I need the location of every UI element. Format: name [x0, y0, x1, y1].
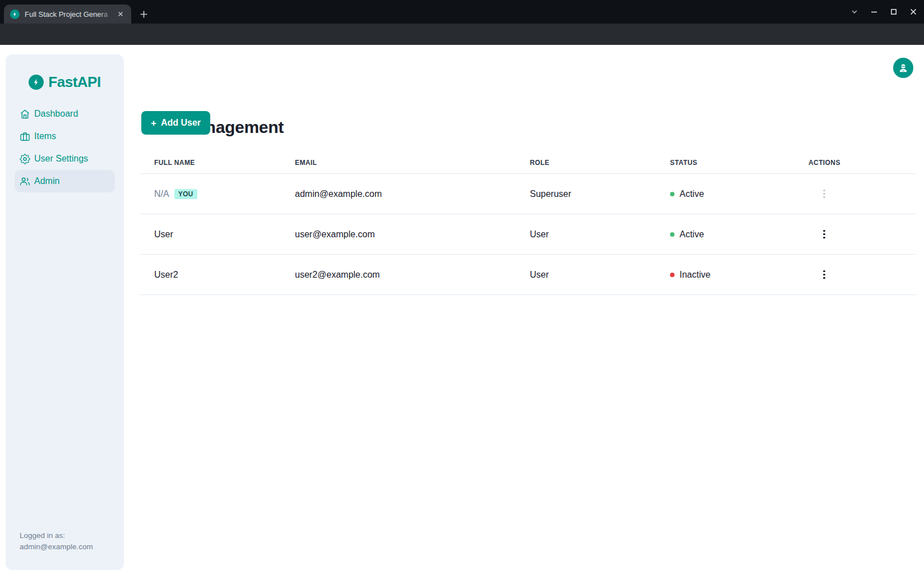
- page-content: FastAPI Dashboard Items User Settings Ad…: [0, 45, 924, 575]
- table-header-row: FULL NAME EMAIL ROLE STATUS ACTIONS: [140, 151, 916, 174]
- tab-close-icon[interactable]: [116, 9, 126, 19]
- cell-actions: [794, 174, 916, 214]
- you-badge: YOU: [174, 189, 197, 199]
- maximize-icon[interactable]: [889, 7, 899, 17]
- status-dot: [670, 232, 674, 237]
- fastapi-bolt-icon: [29, 75, 44, 90]
- window-controls: [849, 0, 918, 24]
- row-actions-menu-icon[interactable]: [820, 186, 829, 202]
- cell-full-name: N/A YOU: [140, 174, 280, 214]
- new-tab-button[interactable]: [136, 7, 151, 21]
- cell-status: Active: [655, 174, 794, 214]
- status-value: Inactive: [680, 270, 710, 280]
- tab-title: Full Stack Project Genera: [25, 10, 114, 19]
- full-name-value: N/A: [154, 189, 169, 199]
- sidebar-item-label: Dashboard: [34, 109, 78, 119]
- sidebar-item-label: User Settings: [34, 154, 88, 164]
- fastapi-logo: FastAPI: [6, 73, 124, 90]
- status-dot: [670, 273, 674, 277]
- table-row: User user@example.com User Active: [140, 214, 916, 255]
- logged-in-label: Logged in as:: [20, 530, 93, 541]
- col-header-role: ROLE: [515, 151, 655, 173]
- sidebar: FastAPI Dashboard Items User Settings Ad…: [6, 54, 124, 570]
- user-menu-button[interactable]: [893, 58, 913, 78]
- cell-email: user2@example.com: [280, 255, 515, 295]
- cell-email: user@example.com: [280, 214, 515, 254]
- user-avatar-icon: [898, 62, 909, 73]
- close-window-icon[interactable]: [908, 7, 918, 17]
- sidebar-item-user-settings[interactable]: User Settings: [15, 148, 115, 170]
- cell-actions: [794, 255, 916, 295]
- users-table: FULL NAME EMAIL ROLE STATUS ACTIONS N/A …: [140, 151, 916, 295]
- cell-full-name: User: [140, 214, 280, 254]
- logo-text: FastAPI: [48, 73, 100, 91]
- cell-role: User: [515, 255, 655, 295]
- cell-status: Inactive: [655, 255, 794, 295]
- cell-actions: [794, 214, 916, 254]
- status-dot: [670, 192, 674, 196]
- table-row: N/A YOU admin@example.com Superuser Acti…: [140, 174, 916, 214]
- tab-search-chevron-icon[interactable]: [849, 7, 860, 17]
- cell-email: admin@example.com: [280, 174, 515, 214]
- sidebar-item-admin[interactable]: Admin: [15, 170, 115, 192]
- browser-toolbar: localhost/admin 1: [0, 24, 924, 45]
- users-icon: [20, 176, 30, 187]
- add-user-button[interactable]: + Add User: [141, 111, 210, 135]
- home-icon: [20, 109, 30, 119]
- table-row: User2 user2@example.com User Inactive: [140, 255, 916, 295]
- logged-in-email: admin@example.com: [20, 541, 93, 553]
- status-value: Active: [680, 189, 704, 199]
- col-header-actions: ACTIONS: [794, 151, 916, 173]
- cell-full-name: User2: [140, 255, 280, 295]
- sidebar-item-label: Items: [34, 131, 56, 141]
- row-actions-menu-icon[interactable]: [820, 227, 829, 242]
- cell-role: Superuser: [515, 174, 655, 214]
- sidebar-item-label: Admin: [34, 176, 59, 186]
- gear-icon: [20, 154, 30, 164]
- sidebar-nav: Dashboard Items User Settings Admin: [15, 103, 115, 192]
- browser-tab[interactable]: Full Stack Project Genera: [4, 4, 131, 24]
- status-value: Active: [680, 229, 704, 240]
- row-actions-menu-icon[interactable]: [820, 267, 829, 283]
- minimize-icon[interactable]: [869, 7, 879, 17]
- col-header-status: STATUS: [655, 151, 794, 173]
- cell-status: Active: [655, 214, 794, 254]
- plus-icon: +: [151, 118, 156, 128]
- briefcase-icon: [20, 131, 30, 142]
- sidebar-item-items[interactable]: Items: [15, 125, 115, 148]
- add-user-label: Add User: [161, 118, 201, 128]
- logged-in-info: Logged in as: admin@example.com: [20, 530, 93, 553]
- cell-role: User: [515, 214, 655, 254]
- sidebar-item-dashboard[interactable]: Dashboard: [15, 103, 115, 125]
- fastapi-favicon-icon: [10, 10, 20, 19]
- col-header-email: EMAIL: [280, 151, 515, 173]
- browser-titlebar: Full Stack Project Genera: [0, 0, 924, 24]
- col-header-full-name: FULL NAME: [140, 151, 280, 173]
